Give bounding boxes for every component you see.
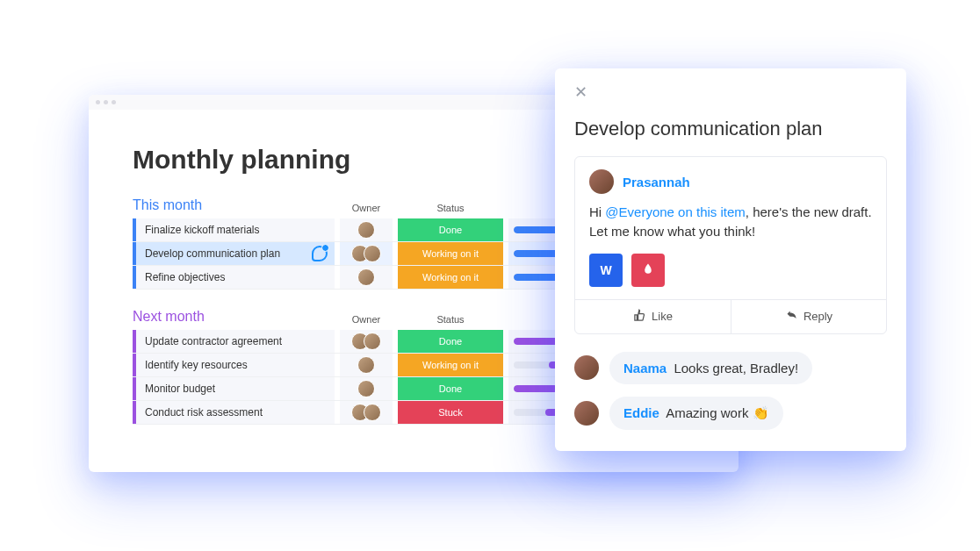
avatar[interactable] bbox=[357, 356, 375, 374]
column-header-owner: Owner bbox=[340, 314, 393, 326]
group-name[interactable]: Next month bbox=[133, 309, 335, 326]
task-name: Monitor budget bbox=[145, 383, 215, 395]
attachments: W bbox=[589, 254, 872, 287]
task-name: Identify key resources bbox=[145, 359, 248, 371]
comment-pill[interactable]: Eddie Amazing work 👏 bbox=[609, 397, 783, 430]
group-name[interactable]: This month bbox=[133, 197, 335, 215]
status-cell[interactable]: Done bbox=[398, 330, 503, 353]
avatar[interactable] bbox=[357, 268, 375, 286]
mention[interactable]: @Everyone on this item bbox=[605, 204, 745, 219]
task-cell[interactable]: Finalize kickoff materials bbox=[133, 218, 335, 241]
owner-cell[interactable] bbox=[340, 330, 393, 353]
like-button[interactable]: Like bbox=[575, 300, 731, 333]
owner-cell[interactable] bbox=[340, 354, 393, 376]
comment-text: Amazing work 👏 bbox=[666, 405, 768, 420]
owner-cell[interactable] bbox=[340, 377, 393, 400]
task-name: Develop communication plan bbox=[145, 247, 280, 260]
avatar[interactable] bbox=[589, 169, 614, 194]
column-header-status: Status bbox=[398, 203, 503, 215]
owner-cell[interactable] bbox=[340, 218, 393, 241]
task-name: Update contractor agreement bbox=[145, 335, 282, 347]
item-panel: ✕ Develop communication plan Prasannah H… bbox=[555, 68, 906, 451]
status-cell[interactable]: Stuck bbox=[398, 401, 503, 424]
task-cell[interactable]: Refine objectives bbox=[133, 266, 335, 289]
comment-author[interactable]: Naama bbox=[623, 361, 667, 376]
avatar[interactable] bbox=[574, 355, 599, 380]
update-post: Prasannah Hi @Everyone on this item, her… bbox=[574, 156, 887, 334]
word-file-icon[interactable]: W bbox=[589, 254, 623, 287]
comment-row: Naama Looks great, Bradley! bbox=[574, 352, 887, 384]
comment-author[interactable]: Eddie bbox=[623, 405, 659, 420]
close-icon[interactable]: ✕ bbox=[574, 84, 887, 100]
avatar[interactable] bbox=[364, 245, 381, 262]
owner-cell[interactable] bbox=[340, 242, 393, 265]
task-cell[interactable]: Identify key resources bbox=[133, 354, 335, 376]
avatar[interactable] bbox=[357, 221, 375, 239]
task-cell[interactable]: Develop communication plan bbox=[133, 242, 335, 265]
task-name: Refine objectives bbox=[145, 271, 225, 283]
comment-row: Eddie Amazing work 👏 bbox=[574, 397, 887, 430]
owner-cell[interactable] bbox=[340, 401, 393, 424]
status-cell[interactable]: Working on it bbox=[398, 354, 503, 376]
task-cell[interactable]: Update contractor agreement bbox=[133, 330, 335, 353]
column-header-status: Status bbox=[398, 314, 503, 326]
status-cell[interactable]: Working on it bbox=[398, 266, 503, 289]
panel-title: Develop communication plan bbox=[574, 118, 887, 140]
column-header-owner: Owner bbox=[340, 203, 393, 215]
avatar[interactable] bbox=[574, 401, 599, 426]
comment-pill[interactable]: Naama Looks great, Bradley! bbox=[609, 352, 812, 384]
post-text: Hi @Everyone on this item, here's the ne… bbox=[589, 203, 872, 241]
thumbs-up-icon bbox=[633, 309, 646, 325]
status-cell[interactable]: Done bbox=[398, 218, 503, 241]
task-name: Conduct risk assessment bbox=[145, 406, 263, 419]
conversation-icon[interactable] bbox=[312, 246, 328, 261]
post-author[interactable]: Prasannah bbox=[623, 175, 690, 190]
task-cell[interactable]: Monitor budget bbox=[133, 377, 335, 400]
avatar[interactable] bbox=[357, 380, 375, 397]
task-cell[interactable]: Conduct risk assessment bbox=[133, 401, 335, 424]
avatar[interactable] bbox=[364, 404, 381, 421]
comment-text: Looks great, Bradley! bbox=[674, 361, 798, 376]
task-name: Finalize kickoff materials bbox=[145, 224, 260, 236]
status-cell[interactable]: Done bbox=[398, 377, 503, 400]
reply-icon bbox=[785, 309, 798, 325]
avatar[interactable] bbox=[364, 333, 381, 350]
owner-cell[interactable] bbox=[340, 266, 393, 289]
status-cell[interactable]: Working on it bbox=[398, 242, 503, 265]
reply-button[interactable]: Reply bbox=[731, 300, 886, 333]
pdf-file-icon[interactable] bbox=[631, 254, 665, 287]
